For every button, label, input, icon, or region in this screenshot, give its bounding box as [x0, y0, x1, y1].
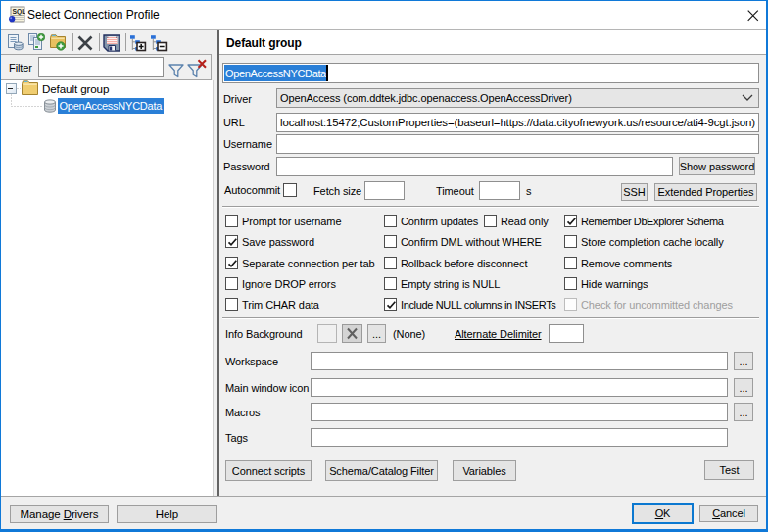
svg-text:SQL: SQL	[13, 8, 25, 16]
